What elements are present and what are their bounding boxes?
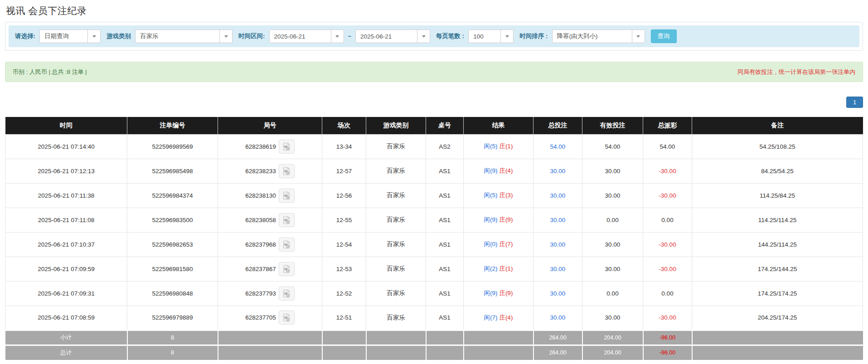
subtotal-label: 小计 [5,330,127,345]
page-size-value: 100 [469,33,500,40]
video-replay-button[interactable] [279,140,295,154]
video-replay-icon [282,166,291,176]
header-bet-id: 注单编号 [127,117,218,134]
total-bet-link[interactable]: 30.00 [550,314,566,321]
cell-time: 2025-06-21 07:11:08 [5,208,127,232]
cell-bet-id: 522596981580 [127,257,218,281]
page-size-select[interactable]: 100 [468,29,514,43]
header-round-id: 局号 [218,117,322,134]
video-replay-button[interactable] [279,238,295,252]
date-from-value: 2025-06-21 [270,33,331,40]
header-game-type: 游戏类别 [366,117,426,134]
cell-bet-id: 522596985498 [127,159,218,183]
total-label: 总计 [5,345,127,360]
header-time: 时间 [5,117,127,134]
result-banker: 庄(9) [499,290,513,296]
video-replay-button[interactable] [279,164,295,178]
video-replay-icon [282,313,291,322]
cell-total-bet: 30.00 [533,183,582,208]
cell-bet-id: 522596983500 [127,208,218,232]
chevron-down-icon[interactable] [219,30,232,43]
cell-session: 12-51 [322,306,366,330]
summary-empty-cell [692,330,863,345]
date-from-input[interactable]: 2025-06-21 [269,29,344,43]
game-type-select[interactable]: 百家乐 [135,29,233,43]
video-replay-icon [282,289,291,298]
cell-valid-bet: 30.00 [582,232,643,257]
cell-bet-id: 522596980848 [127,281,218,306]
total-bet-link[interactable]: 30.00 [550,241,566,248]
cell-payout: -30.00 [643,183,692,208]
video-replay-button[interactable] [279,262,295,276]
cell-remark: 54.25/108.25 [692,134,863,159]
sort-select[interactable]: 降幂(由大到小) [552,29,645,43]
video-replay-icon [282,215,291,225]
summary-empty-cell [218,330,322,345]
table-row: 2025-06-21 07:09:31522596980848628237793… [5,281,863,306]
round-id-text: 628238130 [245,192,276,199]
total-bet-link[interactable]: 30.00 [550,266,566,272]
table-row: 2025-06-21 07:09:59522596981580628237867… [5,257,863,281]
cell-table-no: AS1 [426,232,464,257]
summary-empty-cell [426,330,464,345]
round-id-group: 628238058 [245,213,295,227]
cell-result: 闲(9) 庄(9) [464,281,533,306]
cell-bet-id: 522596979889 [127,306,218,330]
cell-total-bet: 30.00 [533,306,582,330]
header-valid-bet: 有效投注 [582,117,643,134]
cell-session: 12-54 [322,232,366,257]
total-total-bet: 264.00 [533,345,582,360]
cell-payout: -30.00 [643,232,692,257]
cell-time: 2025-06-21 07:12:13 [5,159,127,183]
cell-time: 2025-06-21 07:11:38 [5,183,127,208]
table-body: 2025-06-21 07:14:40522596989569628238619… [5,134,863,330]
chevron-down-icon[interactable] [417,30,430,43]
chevron-down-icon[interactable] [87,30,100,43]
video-replay-icon [282,191,291,200]
round-id-text: 628237793 [245,290,276,297]
cell-valid-bet: 0.00 [582,281,643,306]
cell-session: 12-56 [322,183,366,208]
summary-empty-cell [366,330,426,345]
cell-game-type: 百家乐 [366,134,426,159]
cell-payout: 0.00 [643,281,692,306]
chevron-down-icon[interactable] [331,30,344,43]
cell-session: 12-57 [322,159,366,183]
result-player: 闲(7) [484,314,498,321]
filter-bar: 请选择: 日期查询 游戏类别 百家乐 时间区间: 2025-06-21 ~ 20… [9,25,859,47]
chevron-down-icon[interactable] [632,30,645,43]
total-bet-link[interactable]: 54.00 [550,143,566,150]
video-replay-button[interactable] [279,213,295,227]
query-type-select[interactable]: 日期查询 [39,29,101,43]
date-to-input[interactable]: 2025-06-21 [355,29,430,43]
cell-time: 2025-06-21 07:09:31 [5,281,127,306]
page-button-1[interactable]: 1 [846,97,863,108]
chevron-down-icon[interactable] [500,30,513,43]
cell-table-no: AS1 [426,208,464,232]
cell-time: 2025-06-21 07:09:59 [5,257,127,281]
cell-total-bet: 30.00 [533,257,582,281]
total-bet-link[interactable]: 30.00 [550,290,566,297]
video-replay-button[interactable] [279,311,295,325]
total-bet-link[interactable]: 30.00 [550,168,566,175]
cell-remark: 174.25/144.25 [692,257,863,281]
round-id-group: 628238233 [245,164,295,178]
video-replay-icon [282,264,291,274]
pagination: 1 [5,97,863,108]
cell-round-id: 628237793 [218,281,322,306]
table-footer: 小计 8 264.00 204.00 -96.00 总计 8 [5,330,863,360]
summary-empty-cell [322,330,366,345]
cell-remark: 204.25/174.25 [692,306,863,330]
video-replay-button[interactable] [279,189,295,203]
summary-empty-cell [322,345,366,360]
cell-round-id: 628238233 [218,159,322,183]
search-button[interactable]: 查询 [651,29,677,43]
table-row: 2025-06-21 07:12:13522596985498628238233… [5,159,863,183]
summary-empty-cell [464,345,533,360]
total-bet-link[interactable]: 30.00 [550,217,566,223]
cell-table-no: AS1 [426,159,464,183]
table-row: 2025-06-21 07:10:37522596982653628237968… [5,232,863,257]
total-bet-link[interactable]: 30.00 [550,192,566,199]
cell-remark: 114.25/114.25 [692,208,863,232]
video-replay-button[interactable] [279,286,295,301]
